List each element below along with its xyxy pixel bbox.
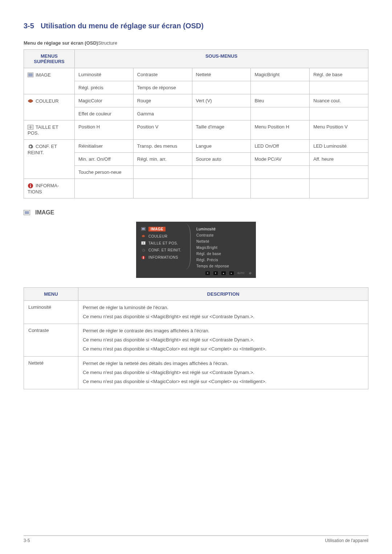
desc-line: Ce menu n'est pas disponible si <MagicCo… xyxy=(83,346,364,353)
section-number: 3-5 xyxy=(24,22,34,30)
submenu-cell xyxy=(192,81,251,94)
submenu-cell: Position V xyxy=(133,120,192,140)
upper-menu-cell: IMAGE xyxy=(24,68,75,94)
osd-preview: IMAGECOULEURTAILLE ET POS.CONF. ET REINI… xyxy=(136,222,256,278)
osd-right-item: Temps de réponse xyxy=(196,263,252,269)
svg-rect-17 xyxy=(143,256,144,257)
desc-menu-cell: Contraste xyxy=(24,324,78,357)
upper-menu-label: IMAGE xyxy=(36,72,51,78)
submenu-cell: Langue xyxy=(192,140,251,153)
submenu-cell xyxy=(192,166,251,179)
desc-line: Permet de régler la luminosité de l'écra… xyxy=(83,304,364,311)
size-icon xyxy=(141,241,146,245)
desc-menu-cell: Netteté xyxy=(24,356,78,389)
osd-right-item: Contraste xyxy=(196,232,252,238)
osd-auto-label: AUTO xyxy=(237,272,244,274)
osd-close-icon: ✕ xyxy=(205,271,210,275)
osd-right-item: Netteté xyxy=(196,238,252,245)
submenu-cell: Luminosité xyxy=(75,68,134,81)
submenu-cell: MagicBright xyxy=(251,68,310,81)
submenu-cell: Touche person-neue xyxy=(75,166,134,179)
submenu-cell: Transp. des menus xyxy=(133,140,192,153)
gear-icon xyxy=(28,144,33,149)
submenu-cell: Menu Position V xyxy=(310,120,368,140)
submenu-cell: Position H xyxy=(75,120,134,140)
color-icon xyxy=(141,234,146,238)
osd-power-icon: ⏻ xyxy=(248,271,252,275)
osd-left-item: IMAGE xyxy=(136,225,191,233)
svg-rect-7 xyxy=(30,184,31,185)
section-title-text: Utilisation du menu de réglage sur écran… xyxy=(41,22,204,30)
osd-left-label: TAILLE ET POS. xyxy=(148,241,178,245)
submenu-cell xyxy=(310,81,368,94)
size-icon xyxy=(28,125,33,130)
submenu-cell xyxy=(133,179,192,198)
gear-icon xyxy=(141,248,146,253)
submenu-cell xyxy=(251,107,310,120)
desc-header-menu: MENU xyxy=(24,287,78,300)
footer-left: 3-5 xyxy=(24,538,30,543)
svg-rect-6 xyxy=(30,185,31,187)
submenu-cell: Temps de réponse xyxy=(133,81,192,94)
osd-left-label: INFORMATIONS xyxy=(148,255,178,259)
desc-menu-cell: Luminosité xyxy=(24,300,78,324)
submenu-cell xyxy=(133,166,192,179)
desc-line: Ce menu n'est pas disponible si <MagicBr… xyxy=(83,337,364,344)
osd-footer: ✕ ▾ ▴ ▸ AUTO ⏻ xyxy=(136,271,256,276)
osd-right-item: MagicBright xyxy=(196,245,252,251)
desc-text-cell: Permet de régler le contraste des images… xyxy=(78,324,368,357)
osd-down-icon: ▾ xyxy=(213,271,218,275)
upper-menu-cell: TAILLE ET POS. xyxy=(24,120,75,140)
image-icon xyxy=(141,227,146,231)
svg-rect-16 xyxy=(143,257,144,259)
upper-menu-cell: CONF. ET REINIT. xyxy=(24,140,75,179)
image-heading-text: IMAGE xyxy=(35,209,54,216)
structure-subheading-rest: Structure xyxy=(98,40,117,46)
submenu-cell: Bleu xyxy=(251,94,310,107)
submenu-cell: Nuance coul. xyxy=(310,94,368,107)
osd-left-label: CONF. ET REINIT. xyxy=(148,248,181,252)
osd-up-icon: ▴ xyxy=(221,271,226,275)
osd-left-item: COULEUR xyxy=(136,233,191,240)
desc-line: Permet de régler le contraste des images… xyxy=(83,328,364,335)
structure-header-upper: MENUS SUPÉRIEURS xyxy=(24,50,75,68)
osd-left-item: CONF. ET REINIT. xyxy=(136,247,191,254)
image-icon xyxy=(28,73,33,77)
desc-header-desc: DESCRIPTION xyxy=(78,287,368,300)
desc-text-cell: Permet de régler la netteté des détails … xyxy=(78,356,368,389)
svg-rect-11 xyxy=(142,228,145,230)
page-footer: 3-5 Utilisation de l'appareil xyxy=(24,535,368,543)
submenu-cell: Taille d'image xyxy=(192,120,251,140)
submenu-cell: Contraste xyxy=(133,68,192,81)
submenu-cell: Mode PC/AV xyxy=(251,153,310,166)
upper-menu-cell: COULEUR xyxy=(24,94,75,120)
osd-right-panel: LuminositéContrasteNettetéMagicBrightRég… xyxy=(191,222,256,271)
image-heading: IMAGE xyxy=(24,209,368,216)
submenu-cell: Aff. heure xyxy=(310,153,368,166)
desc-line: Ce menu n'est pas disponible si <MagicBr… xyxy=(83,369,364,376)
submenu-cell xyxy=(310,107,368,120)
submenu-cell: Effet de couleur xyxy=(75,107,134,120)
submenu-cell: MagicColor xyxy=(75,94,134,107)
submenu-cell: Régl. min. arr. xyxy=(133,153,192,166)
info-icon xyxy=(28,183,33,189)
submenu-cell xyxy=(310,166,368,179)
info-icon xyxy=(141,255,146,260)
submenu-cell xyxy=(310,179,368,198)
section-title: 3-5Utilisation du menu de réglage sur éc… xyxy=(24,22,368,30)
structure-header-sub: SOUS-MENUS xyxy=(75,50,368,68)
submenu-cell: Réinitialiser xyxy=(75,140,134,153)
submenu-cell xyxy=(251,166,310,179)
desc-text-cell: Permet de régler la luminosité de l'écra… xyxy=(78,300,368,324)
footer-right: Utilisation de l'appareil xyxy=(325,538,368,543)
submenu-cell: Gamma xyxy=(133,107,192,120)
color-icon xyxy=(28,99,33,103)
osd-right-item: Régl. Précis xyxy=(196,257,252,263)
osd-right-icon: ▸ xyxy=(229,271,234,275)
desc-line: Ce menu n'est pas disponible si <MagicCo… xyxy=(83,378,364,385)
submenu-cell: Régl. de base xyxy=(310,68,368,81)
submenu-cell: Vert (V) xyxy=(192,94,251,107)
desc-line: Ce menu n'est pas disponible si <MagicBr… xyxy=(83,313,364,320)
submenu-cell xyxy=(192,179,251,198)
submenu-cell xyxy=(251,81,310,94)
